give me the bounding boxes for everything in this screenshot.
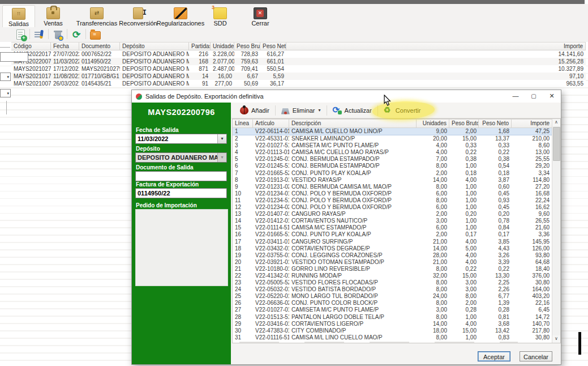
table-row[interactable]: 26V22-06636-02CONJ. PUNTO COLOR BLOCK/P8… bbox=[233, 300, 552, 307]
table-cell: CAMISA M/C CUELLO MAO RAYAS/P bbox=[289, 149, 417, 156]
table-row[interactable]: MAYS20210179611/08/2021017710/GB/G1DEPOS… bbox=[11, 73, 586, 80]
convertir-button[interactable]: Convertir bbox=[379, 104, 426, 117]
scroll-down-icon[interactable]: ∨ bbox=[552, 335, 560, 343]
table-row[interactable]: 5V22-01245-01CONJ. BERMUDA ESTAMPADO/P7,… bbox=[233, 156, 552, 163]
table-row[interactable]: 21V22-10180-01GORRO LINO REVERSIBLE/P8,0… bbox=[233, 266, 552, 273]
table-row[interactable]: 19V22-03755-01CONJ. LEGGINGS CORAZONES/P… bbox=[233, 252, 552, 259]
tab-regularizaciones[interactable]: Regularizaciones bbox=[154, 5, 207, 27]
table-cell: 0,33 bbox=[449, 142, 479, 149]
deposito-label: Depósito bbox=[136, 146, 160, 152]
table-row[interactable]: 7V22-01665-52CONJ. PUNTO PLAY KOALA/P2,0… bbox=[233, 170, 552, 177]
aceptar-button[interactable]: Aceptar bbox=[478, 351, 510, 361]
pedido-importacion-textarea[interactable] bbox=[135, 209, 228, 286]
table-cell: MAYS202100796 bbox=[11, 80, 51, 87]
table-row[interactable]: 27V22-01027-01CAMISETA M/C PUNTO FLAME/P… bbox=[233, 307, 552, 313]
dropdown-button[interactable] bbox=[0, 73, 11, 81]
table-row[interactable]: 9V22-01231-02CONJ. BERMUDA CAMISA M/L MA… bbox=[233, 184, 552, 190]
actualizar-label: Actualizar bbox=[345, 107, 372, 114]
scroll-up-icon[interactable]: ∧ bbox=[552, 119, 560, 126]
minimize-icon[interactable]: — bbox=[507, 90, 525, 103]
window-fragment-input[interactable] bbox=[0, 52, 28, 62]
anadir-button[interactable]: Añadir bbox=[235, 104, 274, 116]
table-row[interactable]: 15V22-01114-51CAMISA M/C ESTAMPADO/P6,00… bbox=[233, 224, 552, 231]
table-cell: Peso Neto bbox=[479, 120, 512, 127]
table-row[interactable]: 25V22-05220-01MONO LARGO TUL BORDADO/P24… bbox=[233, 293, 552, 300]
delete-record-button[interactable] bbox=[51, 28, 65, 41]
table-row[interactable]: 12V22-01234-02CONJ. POLO Y BERMUDA OXFOR… bbox=[233, 204, 552, 211]
table-cell: CONJ. BERMUDA CAMISA M/L MAO/P bbox=[289, 184, 417, 190]
table-row[interactable]: MAYS20210079626/03/20210145435/21DEPOSIT… bbox=[11, 80, 586, 87]
close-icon[interactable]: ✕ bbox=[543, 90, 561, 103]
table-cell: CAMISA M/C ESTAMPADO/P bbox=[289, 224, 417, 231]
table-cell: 0,20 bbox=[479, 211, 512, 218]
table-cell: 3 bbox=[233, 142, 253, 149]
table-row[interactable]: 6V22-01245-51CONJ. BERMUDA ESTAMPADO/P8,… bbox=[233, 163, 552, 169]
archive-button[interactable] bbox=[88, 28, 102, 41]
documento-salida-input[interactable] bbox=[135, 171, 227, 181]
table-cell: MAYS202102796 bbox=[11, 65, 51, 73]
table-row[interactable]: 30V22-47383-01CITY COMBINADO/P18,0015,00… bbox=[233, 327, 552, 334]
fecha-salida-combo[interactable]: 11/03/2022 ▾ bbox=[135, 134, 227, 144]
table-row[interactable]: 20V22-03921-01VESTIDO OTOMAN ESTAMPADO/P… bbox=[233, 259, 552, 266]
tab-sdd[interactable]: SDD bbox=[207, 5, 233, 27]
dialog-titlebar[interactable]: Salidas de Depósito. Exportación definit… bbox=[132, 90, 561, 103]
table-cell: V22-01116-51 bbox=[253, 334, 289, 341]
table-row[interactable]: 23V22-05005-52VESTIDO FLORES FLOCADAS/P8… bbox=[233, 279, 552, 286]
scrollbar-thumb[interactable] bbox=[553, 127, 560, 161]
table-row[interactable]: 3V22-01027-51CAMISETA M/C PUNTO FLAME/P4… bbox=[233, 142, 552, 149]
convert-icon bbox=[384, 106, 393, 115]
factura-exportacion-input[interactable] bbox=[135, 188, 227, 198]
table-row[interactable]: 11V22-01234-51CONJ. POLO Y BERMUDA OXFOR… bbox=[233, 197, 552, 204]
table-row[interactable]: 22V22-41342-01RUNNING MODA/P32,0015,0013… bbox=[233, 273, 552, 279]
actualizar-button[interactable]: Actualizar bbox=[328, 104, 376, 117]
table-cell: 8,00 bbox=[417, 184, 449, 190]
table-cell: 14,00 bbox=[417, 321, 449, 327]
table-row[interactable]: 18V22-03432-01CORTAVIENTOS DEGRADE/P14,0… bbox=[233, 245, 552, 252]
table-row[interactable]: 8V22-01913-01VESTIDO RAYAS/P14,004,003,8… bbox=[233, 177, 552, 184]
table-cell: Peso Bruto bbox=[234, 42, 260, 50]
table-row[interactable]: 17V22-03411-01CANGURO SURFING/P21,004,00… bbox=[233, 239, 552, 245]
new-record-button[interactable] bbox=[14, 28, 27, 41]
tab-salidas[interactable]: Salidas bbox=[2, 5, 35, 28]
table-cell: 0,22 bbox=[449, 266, 479, 273]
table-cell: Línea bbox=[233, 120, 253, 127]
tab-cerrar[interactable]: Cerrar bbox=[244, 5, 276, 27]
table-row[interactable]: 31V22-01116-51CAMISA M/L LINO CUELLO MAO… bbox=[233, 334, 552, 341]
table-row[interactable]: 16V22-01665-51CONJ. PUNTO PLAY KOALA/P2,… bbox=[233, 231, 552, 238]
refresh-button[interactable] bbox=[70, 28, 83, 41]
table-row[interactable]: 28V22-01513-51PANTALON LARGO DOBLE TELA/… bbox=[233, 314, 552, 321]
table-row[interactable]: 29V22-03416-01CORTAVIENTOS LIGERO/P14,00… bbox=[233, 321, 552, 327]
table-cell: 0,38 bbox=[449, 156, 479, 163]
dropdown-button[interactable] bbox=[0, 89, 11, 97]
table-row[interactable]: 10V22-01234-01CONJ. POLO Y BERMUDA OXFOR… bbox=[233, 190, 552, 197]
deposito-combo[interactable]: DEPOSITO ADUANERO MAYORAL ▾ bbox=[135, 152, 227, 163]
table-row[interactable]: 14V22-01412-01CORTAVIENTOS NAUTICO/P3,00… bbox=[233, 218, 552, 224]
table-row[interactable]: MAYS20210279617/12/2021MAYS202102796DEPO… bbox=[11, 65, 586, 73]
edit-record-button[interactable] bbox=[32, 28, 46, 41]
table-cell: 21,60 bbox=[512, 224, 552, 231]
table-cell: 14,00 bbox=[417, 245, 449, 252]
table-cell: DEPOSITO ADUANERO MAYORAL bbox=[120, 80, 189, 87]
maximize-icon[interactable]: ▢ bbox=[525, 90, 543, 103]
table-row[interactable]: 24V22-05032-01VESTIDO BATISTA BORDADO/P8… bbox=[233, 286, 552, 293]
vertical-scrollbar[interactable]: ∧ ∨ bbox=[552, 119, 560, 343]
tab-ventas[interactable]: Ventas bbox=[37, 5, 69, 27]
anadir-label: Añadir bbox=[251, 107, 269, 114]
table-row[interactable]: 13V22-01407-01CANGURO RAYAS/P2,000,200,2… bbox=[233, 211, 552, 218]
ladybug-icon bbox=[240, 107, 248, 114]
table-cell: 0,93 bbox=[479, 197, 512, 204]
cancelar-button[interactable]: Cancelar bbox=[520, 351, 552, 361]
table-cell: 1,68 bbox=[479, 128, 512, 135]
table-row[interactable]: 2V22-45331-01SNEAKER LAMINADO/P20,0015,0… bbox=[233, 135, 552, 142]
table-row[interactable]: 4V22-01113-01CAMISA M/C CUELLO MAO RAYAS… bbox=[233, 149, 552, 156]
edit-list-icon bbox=[34, 29, 44, 40]
table-row[interactable]: MAYS20220179627/07/20220007652/22DEPOSIT… bbox=[11, 50, 586, 58]
table-cell: V22-01113-01 bbox=[253, 149, 289, 156]
separator bbox=[85, 29, 86, 39]
table-row[interactable]: 1V22-06114-01CAMISA M/L CUELLO MAO LINO/… bbox=[233, 128, 552, 135]
table-cell: Fecha bbox=[51, 42, 79, 50]
eliminar-button[interactable]: Eliminar ▾ bbox=[277, 105, 325, 116]
table-cell: Unidades bbox=[417, 120, 449, 127]
chevron-down-icon[interactable]: ▾ bbox=[217, 134, 226, 143]
table-row[interactable]: MAYS20220079611/03/20220114950/22DEPOSIT… bbox=[11, 58, 586, 65]
